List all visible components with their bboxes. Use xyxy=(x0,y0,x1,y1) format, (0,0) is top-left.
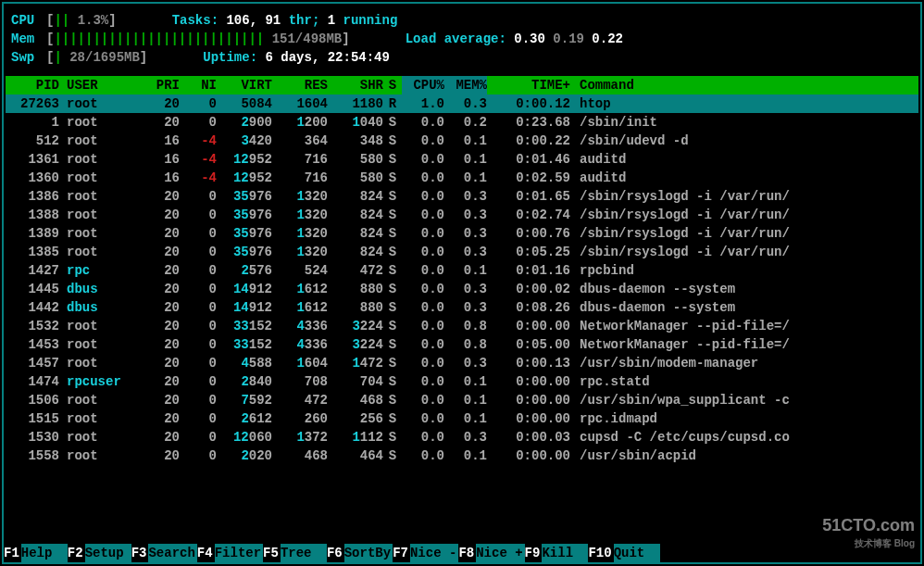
cell-shr: 824 xyxy=(328,187,383,206)
cell-command: cupsd -C /etc/cups/cupsd.co xyxy=(570,428,913,447)
cell-virt: 35976 xyxy=(217,206,272,224)
process-row[interactable]: 1427rpc2002576524472S0.00.10:01.16rpcbin… xyxy=(6,261,918,280)
cell-pid: 1361 xyxy=(11,150,59,169)
cell-cpu: 0.0 xyxy=(402,428,444,447)
cell-pri: 20 xyxy=(143,94,180,113)
process-row[interactable]: 1474rpcuser2002840708704S0.00.10:00.00rp… xyxy=(6,372,918,391)
cell-virt: 33152 xyxy=(217,317,272,335)
cpu-value: 1.3% xyxy=(78,13,109,28)
cell-res: 1320 xyxy=(272,206,328,224)
cell-cpu: 0.0 xyxy=(402,261,444,280)
flabel-tree[interactable]: Tree xyxy=(281,544,327,562)
process-row[interactable]: 1453root2003315243363224S0.00.80:05.00Ne… xyxy=(6,335,918,354)
process-row[interactable]: 1385root200359761320824S0.00.30:05.25/sb… xyxy=(6,243,918,261)
cell-pri: 16 xyxy=(143,169,180,187)
flabel-filter[interactable]: Filter xyxy=(215,544,263,562)
flabel-setup[interactable]: Setup xyxy=(85,544,131,562)
cell-time: 0:00.76 xyxy=(487,224,570,243)
process-row[interactable]: 1361root16-412952716580S0.00.10:01.46aud… xyxy=(6,150,918,169)
cell-ni: -4 xyxy=(180,132,217,150)
process-row[interactable]: 1442dbus200149121612880S0.00.30:08.26dbu… xyxy=(6,298,918,317)
cell-pri: 20 xyxy=(143,409,180,428)
col-shr[interactable]: SHR xyxy=(328,76,383,94)
cell-mem: 0.3 xyxy=(444,243,487,261)
cell-cpu: 0.0 xyxy=(402,243,444,261)
flabel-sortby[interactable]: SortBy xyxy=(344,544,393,562)
cell-mem: 0.3 xyxy=(444,187,487,206)
cell-mem: 0.1 xyxy=(444,169,487,187)
fkey-f8[interactable]: F8 xyxy=(458,544,476,562)
cell-res: 1320 xyxy=(272,224,328,243)
cell-virt: 4588 xyxy=(217,354,272,372)
cell-res: 524 xyxy=(272,261,328,280)
cell-pid: 512 xyxy=(11,132,59,150)
flabel-search[interactable]: Search xyxy=(148,544,196,562)
cell-mem: 0.1 xyxy=(444,372,487,391)
flabel-kill[interactable]: Kill xyxy=(542,544,588,562)
cell-time: 0:00.03 xyxy=(487,428,570,447)
cell-res: 468 xyxy=(272,447,328,465)
col-state[interactable]: S xyxy=(383,76,402,94)
process-list[interactable]: 27263root200508416041180R1.00.30:00.12ht… xyxy=(6,94,918,465)
col-cpu[interactable]: CPU% xyxy=(402,76,444,94)
cell-pri: 20 xyxy=(143,428,180,447)
process-row[interactable]: 1445dbus200149121612880S0.00.30:00.02dbu… xyxy=(6,280,918,298)
fkey-f10[interactable]: F10 xyxy=(588,544,613,562)
flabel-help[interactable]: Help xyxy=(21,544,68,562)
process-row[interactable]: 1360root16-412952716580S0.00.10:02.59aud… xyxy=(6,169,918,187)
col-ni[interactable]: NI xyxy=(180,76,217,94)
cell-shr: 3224 xyxy=(328,317,383,335)
fkey-f3[interactable]: F3 xyxy=(131,544,149,562)
col-command[interactable]: Command xyxy=(570,76,913,94)
cell-cpu: 0.0 xyxy=(402,132,444,150)
cell-user: root xyxy=(59,428,143,447)
process-row[interactable]: 1386root200359761320824S0.00.30:01.65/sb… xyxy=(6,187,918,206)
process-row[interactable]: 1532root2003315243363224S0.00.80:00.00Ne… xyxy=(6,317,918,335)
process-row[interactable]: 1389root200359761320824S0.00.30:00.76/sb… xyxy=(6,224,918,243)
col-virt[interactable]: VIRT xyxy=(217,76,272,94)
col-pid[interactable]: PID xyxy=(11,76,59,94)
flabel-nice-[interactable]: Nice - xyxy=(410,544,458,562)
swp-meter: Swp [| 28/1695MB] Uptime: 6 days, 22:54:… xyxy=(11,48,913,67)
process-row[interactable]: 1506root2007592472468S0.00.10:00.00/usr/… xyxy=(6,391,918,409)
col-mem[interactable]: MEM% xyxy=(444,76,487,94)
cell-res: 1612 xyxy=(272,298,328,317)
process-row[interactable]: 1457root200458816041472S0.00.30:00.13/us… xyxy=(6,354,918,372)
cell-virt: 2612 xyxy=(217,409,272,428)
fkey-f2[interactable]: F2 xyxy=(68,544,85,562)
column-headers[interactable]: PID USER PRI NI VIRT RES SHR S CPU% MEM%… xyxy=(6,76,918,94)
cell-res: 1612 xyxy=(272,280,328,298)
fkey-f5[interactable]: F5 xyxy=(263,544,281,562)
col-pri[interactable]: PRI xyxy=(143,76,180,94)
fkey-f1[interactable]: F1 xyxy=(4,544,21,562)
col-res[interactable]: RES xyxy=(272,76,328,94)
cell-shr: 464 xyxy=(328,447,383,465)
cell-command: htop xyxy=(570,94,913,113)
cell-command: /sbin/udevd -d xyxy=(570,132,913,150)
process-row[interactable]: 1root200290012001040S0.00.20:23.68/sbin/… xyxy=(6,113,918,132)
process-row[interactable]: 512root16-43420364348S0.00.10:00.22/sbin… xyxy=(6,132,918,150)
process-row[interactable]: 1388root200359761320824S0.00.30:02.74/sb… xyxy=(6,206,918,224)
cell-command: rpcbind xyxy=(570,261,913,280)
cell-time: 0:23.68 xyxy=(487,113,570,132)
process-row[interactable]: 1515root2002612260256S0.00.10:00.00rpc.i… xyxy=(6,409,918,428)
fkey-f9[interactable]: F9 xyxy=(525,544,543,562)
process-row[interactable]: 1558root2002020468464S0.00.10:00.00/usr/… xyxy=(6,447,918,465)
cell-cpu: 0.0 xyxy=(402,409,444,428)
flabel-nice+[interactable]: Nice + xyxy=(476,544,524,562)
col-user[interactable]: USER xyxy=(59,76,143,94)
cell-pri: 20 xyxy=(143,372,180,391)
cell-pri: 20 xyxy=(143,224,180,243)
process-row[interactable]: 1530root2001206013721112S0.00.30:00.03cu… xyxy=(6,428,918,447)
cell-user: root xyxy=(59,94,143,113)
cell-user: root xyxy=(59,243,143,261)
header-area: CPU [|| 1.3%] Tasks: 106, 91 thr; 1 runn… xyxy=(6,7,918,76)
fkey-f6[interactable]: F6 xyxy=(327,544,344,562)
fkey-f7[interactable]: F7 xyxy=(393,544,410,562)
flabel-quit[interactable]: Quit xyxy=(614,544,660,562)
col-time[interactable]: TIME+ xyxy=(487,76,570,94)
cell-time: 0:08.26 xyxy=(487,298,570,317)
process-row[interactable]: 27263root200508416041180R1.00.30:00.12ht… xyxy=(6,94,918,113)
fkey-f4[interactable]: F4 xyxy=(197,544,215,562)
cell-state: S xyxy=(383,391,402,409)
